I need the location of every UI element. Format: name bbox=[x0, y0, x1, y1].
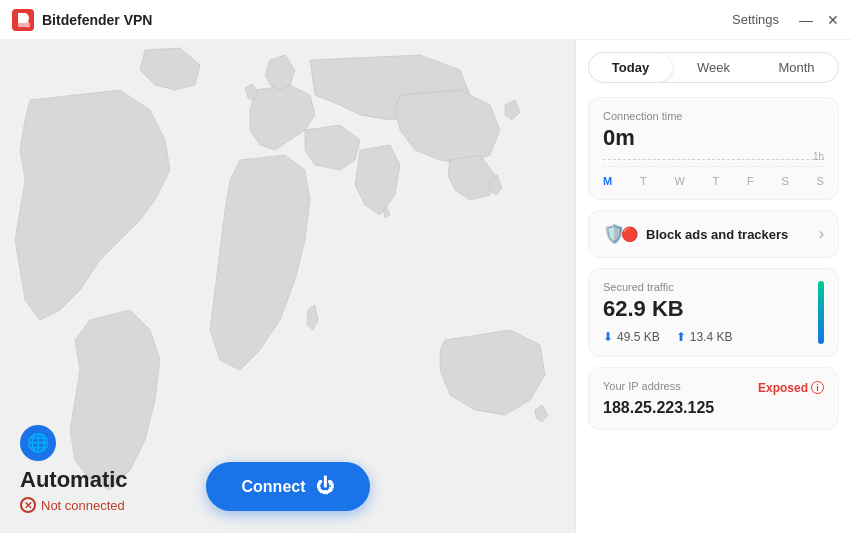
time-scale: 1h bbox=[603, 159, 824, 167]
day-labels: M T W T F S S bbox=[603, 175, 824, 187]
connect-button[interactable]: Connect ⏻ bbox=[206, 462, 370, 511]
ip-label: Your IP address bbox=[603, 380, 681, 392]
traffic-bar bbox=[818, 281, 824, 344]
power-icon: ⏻ bbox=[316, 476, 334, 497]
download-value: 49.5 KB bbox=[617, 330, 660, 344]
tab-month[interactable]: Month bbox=[755, 53, 838, 82]
traffic-details: ⬇ 49.5 KB ⬆ 13.4 KB bbox=[603, 330, 824, 344]
block-ads-label: Block ads and trackers bbox=[646, 227, 819, 242]
download-item: ⬇ 49.5 KB bbox=[603, 330, 660, 344]
tab-week[interactable]: Week bbox=[672, 53, 755, 82]
close-button[interactable]: ✕ bbox=[827, 13, 839, 27]
download-icon: ⬇ bbox=[603, 330, 613, 344]
secured-traffic-label: Secured traffic bbox=[603, 281, 824, 293]
time-1h-label: 1h bbox=[813, 151, 824, 162]
exposed-text: Exposed bbox=[758, 381, 808, 395]
ip-value: 188.25.223.125 bbox=[603, 399, 824, 417]
ip-exposed-badge: Exposed i bbox=[758, 381, 824, 395]
location-name: Automatic bbox=[20, 467, 128, 493]
ip-address-card: Your IP address Exposed i 188.25.223.125 bbox=[588, 367, 839, 430]
day-S1: S bbox=[782, 175, 789, 187]
settings-link[interactable]: Settings bbox=[732, 12, 779, 27]
block-ads-row[interactable]: 🛡️ 🔴 Block ads and trackers › bbox=[588, 210, 839, 258]
day-S2: S bbox=[817, 175, 824, 187]
connection-time-value: 0m bbox=[603, 125, 824, 151]
secured-traffic-value: 62.9 KB bbox=[603, 296, 824, 322]
time-line-1h: 1h bbox=[603, 159, 824, 160]
ip-header: Your IP address Exposed i bbox=[603, 380, 824, 395]
day-M: M bbox=[603, 175, 612, 187]
title-bar: Bitdefender VPN Settings — ✕ bbox=[0, 0, 851, 40]
status-text: Not connected bbox=[41, 498, 125, 513]
connection-time-card: Connection time 0m 1h M T W T F S S bbox=[588, 97, 839, 200]
secured-traffic-card: Secured traffic 62.9 KB ⬇ 49.5 KB ⬆ 13.4… bbox=[588, 268, 839, 357]
connect-label: Connect bbox=[242, 478, 306, 496]
day-F: F bbox=[747, 175, 754, 187]
day-W: W bbox=[674, 175, 684, 187]
upload-icon: ⬆ bbox=[676, 330, 686, 344]
upload-value: 13.4 KB bbox=[690, 330, 733, 344]
app-logo: Bitdefender VPN bbox=[12, 9, 152, 31]
time-line-2 bbox=[603, 166, 824, 167]
connection-status: ✕ Not connected bbox=[20, 497, 128, 513]
right-panel: Today Week Month Connection time 0m 1h M… bbox=[575, 40, 851, 533]
location-icon: 🌐 bbox=[20, 425, 56, 461]
bitdefender-logo-icon bbox=[12, 9, 34, 31]
title-bar-right: Settings — ✕ bbox=[732, 12, 839, 27]
status-x-icon: ✕ bbox=[20, 497, 36, 513]
shield-red-icon: 🔴 bbox=[621, 226, 638, 242]
connection-time-label: Connection time bbox=[603, 110, 824, 122]
block-ads-icons: 🛡️ 🔴 bbox=[603, 223, 638, 245]
window-controls: — ✕ bbox=[799, 13, 839, 27]
tab-bar: Today Week Month bbox=[588, 52, 839, 83]
map-area: 🌐 Automatic ✕ Not connected Connect ⏻ bbox=[0, 40, 575, 533]
chevron-right-icon: › bbox=[819, 225, 824, 243]
upload-item: ⬆ 13.4 KB bbox=[676, 330, 733, 344]
day-T1: T bbox=[640, 175, 647, 187]
info-icon: i bbox=[811, 381, 824, 394]
minimize-button[interactable]: — bbox=[799, 13, 813, 27]
day-T2: T bbox=[713, 175, 720, 187]
location-info: 🌐 Automatic ✕ Not connected bbox=[20, 425, 128, 513]
app-title: Bitdefender VPN bbox=[42, 12, 152, 28]
tab-today[interactable]: Today bbox=[589, 53, 672, 82]
